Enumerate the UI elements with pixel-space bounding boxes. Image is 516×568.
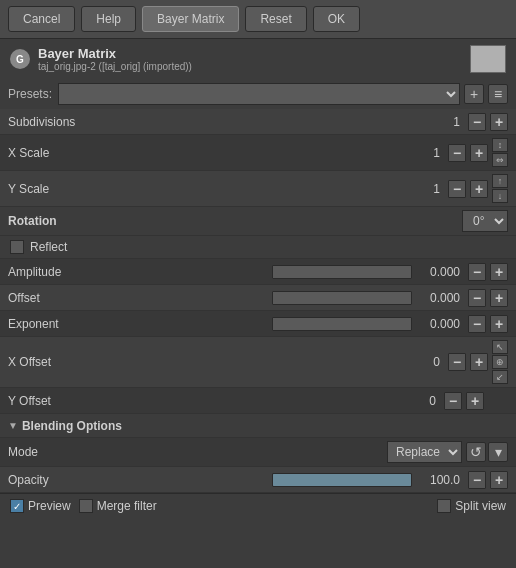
- blending-toggle[interactable]: ▼: [8, 420, 18, 431]
- y-scale-row: Y Scale 1 − + ↑ ↓: [0, 171, 516, 207]
- preview-checkbox[interactable]: ✓: [10, 499, 24, 513]
- reset-button[interactable]: Reset: [245, 6, 306, 32]
- preview-check[interactable]: ✓ Preview: [10, 499, 71, 513]
- x-offset-side-icons: ↖ ⊕ ↙: [492, 340, 508, 384]
- presets-row: Presets: + ≡: [0, 79, 516, 109]
- presets-select[interactable]: [58, 83, 460, 105]
- amplitude-label: Amplitude: [8, 265, 268, 279]
- x-scale-icon-mid[interactable]: ⇔: [492, 153, 508, 167]
- split-view-check[interactable]: Split view: [437, 499, 506, 513]
- presets-add-button[interactable]: +: [464, 84, 484, 104]
- offset-row: Offset 0.000 − +: [0, 285, 516, 311]
- y-offset-row: Y Offset 0 − +: [0, 388, 516, 414]
- exponent-value: 0.000: [420, 317, 460, 331]
- y-scale-value: 1: [400, 182, 440, 196]
- subdivisions-plus[interactable]: +: [490, 113, 508, 131]
- subdivisions-minus[interactable]: −: [468, 113, 486, 131]
- offset-plus[interactable]: +: [490, 289, 508, 307]
- offset-slider[interactable]: [272, 291, 412, 305]
- amplitude-plus[interactable]: +: [490, 263, 508, 281]
- opacity-minus[interactable]: −: [468, 471, 486, 489]
- presets-menu-button[interactable]: ≡: [488, 84, 508, 104]
- y-offset-label: Y Offset: [8, 394, 392, 408]
- opacity-label: Opacity: [8, 473, 268, 487]
- y-offset-minus[interactable]: −: [444, 392, 462, 410]
- exponent-label: Exponent: [8, 317, 268, 331]
- y-scale-icon-top[interactable]: ↑: [492, 174, 508, 188]
- opacity-plus[interactable]: +: [490, 471, 508, 489]
- blending-section-title: Blending Options: [22, 419, 122, 433]
- header-text: Bayer Matrix taj_orig.jpg-2 ([taj_orig] …: [38, 46, 462, 72]
- y-scale-plus[interactable]: +: [470, 180, 488, 198]
- x-offset-minus[interactable]: −: [448, 353, 466, 371]
- rotation-select[interactable]: 0°: [462, 210, 508, 232]
- help-button[interactable]: Help: [81, 6, 136, 32]
- merge-filter-checkbox[interactable]: [79, 499, 93, 513]
- reflect-checkbox[interactable]: [10, 240, 24, 254]
- toolbar: Cancel Help Bayer Matrix Reset OK: [0, 0, 516, 39]
- amplitude-value: 0.000: [420, 265, 460, 279]
- x-offset-icon-center[interactable]: ⊕: [492, 355, 508, 369]
- mode-select[interactable]: Replace: [387, 441, 462, 463]
- y-offset-value: 0: [396, 394, 436, 408]
- bayer-matrix-button[interactable]: Bayer Matrix: [142, 6, 239, 32]
- subdivisions-row: Subdivisions 1 − +: [0, 109, 516, 135]
- content: Subdivisions 1 − + X Scale 1 − + ↕ ⇔ Y S…: [0, 109, 516, 493]
- mode-expand-icon[interactable]: ▾: [488, 442, 508, 462]
- x-scale-icon-top[interactable]: ↕: [492, 138, 508, 152]
- reflect-row: Reflect: [0, 236, 516, 259]
- y-scale-icon-bot[interactable]: ↓: [492, 189, 508, 203]
- footer: ✓ Preview Merge filter Split view: [0, 493, 516, 518]
- x-offset-icon-arrow[interactable]: ↖: [492, 340, 508, 354]
- x-scale-row: X Scale 1 − + ↕ ⇔: [0, 135, 516, 171]
- amplitude-slider[interactable]: [272, 265, 412, 279]
- mode-label: Mode: [8, 445, 383, 459]
- mode-icon-group: ↺ ▾: [466, 442, 508, 462]
- header-title: Bayer Matrix: [38, 46, 462, 61]
- x-scale-plus[interactable]: +: [470, 144, 488, 162]
- reflect-label[interactable]: Reflect: [30, 240, 67, 254]
- header: G Bayer Matrix taj_orig.jpg-2 ([taj_orig…: [0, 39, 516, 79]
- opacity-value: 100.0: [420, 473, 460, 487]
- x-offset-label: X Offset: [8, 355, 396, 369]
- x-offset-value: 0: [400, 355, 440, 369]
- opacity-slider[interactable]: [272, 473, 412, 487]
- exponent-minus[interactable]: −: [468, 315, 486, 333]
- mode-reset-icon[interactable]: ↺: [466, 442, 486, 462]
- merge-filter-label[interactable]: Merge filter: [97, 499, 157, 513]
- x-offset-row: X Offset 0 − + ↖ ⊕ ↙: [0, 337, 516, 388]
- blending-section-header: ▼ Blending Options: [0, 414, 516, 438]
- rotation-label: Rotation: [8, 214, 458, 228]
- exponent-row: Exponent 0.000 − +: [0, 311, 516, 337]
- header-logo: G: [10, 49, 30, 69]
- split-view-label[interactable]: Split view: [455, 499, 506, 513]
- offset-minus[interactable]: −: [468, 289, 486, 307]
- y-offset-plus[interactable]: +: [466, 392, 484, 410]
- amplitude-row: Amplitude 0.000 − +: [0, 259, 516, 285]
- mode-row: Mode Replace ↺ ▾: [0, 438, 516, 467]
- presets-label: Presets:: [8, 87, 52, 101]
- exponent-slider[interactable]: [272, 317, 412, 331]
- y-scale-side-icons: ↑ ↓: [492, 174, 508, 203]
- rotation-row: Rotation 0°: [0, 207, 516, 236]
- header-subtitle: taj_orig.jpg-2 ([taj_orig] (imported)): [38, 61, 462, 72]
- y-scale-label: Y Scale: [8, 182, 396, 196]
- split-view-checkbox[interactable]: [437, 499, 451, 513]
- amplitude-minus[interactable]: −: [468, 263, 486, 281]
- preview-label[interactable]: Preview: [28, 499, 71, 513]
- offset-value: 0.000: [420, 291, 460, 305]
- x-offset-icon-bot[interactable]: ↙: [492, 370, 508, 384]
- ok-button[interactable]: OK: [313, 6, 360, 32]
- x-scale-minus[interactable]: −: [448, 144, 466, 162]
- y-scale-minus[interactable]: −: [448, 180, 466, 198]
- opacity-row: Opacity 100.0 − +: [0, 467, 516, 493]
- cancel-button[interactable]: Cancel: [8, 6, 75, 32]
- exponent-plus[interactable]: +: [490, 315, 508, 333]
- merge-filter-check[interactable]: Merge filter: [79, 499, 157, 513]
- subdivisions-value: 1: [420, 115, 460, 129]
- color-swatch[interactable]: [470, 45, 506, 73]
- x-scale-value: 1: [400, 146, 440, 160]
- offset-label: Offset: [8, 291, 268, 305]
- x-scale-side-icons: ↕ ⇔: [492, 138, 508, 167]
- x-offset-plus[interactable]: +: [470, 353, 488, 371]
